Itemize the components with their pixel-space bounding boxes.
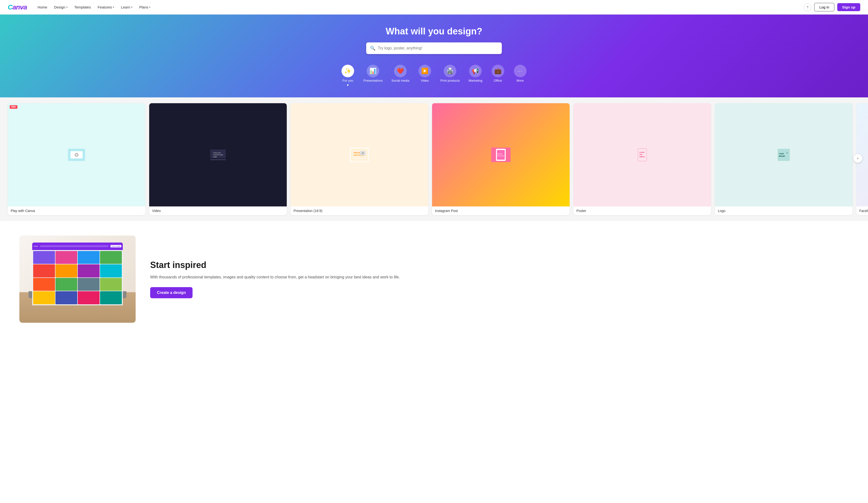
svg-rect-18 — [497, 150, 505, 160]
template-thumbnail: COUNT THE SMILES — [574, 103, 711, 206]
help-button[interactable]: ? — [804, 3, 811, 11]
megaphone-icon: 📢 — [472, 68, 479, 74]
category-label: Video — [421, 79, 429, 82]
category-label: Print products — [440, 79, 460, 82]
search-bar: 🔍 — [366, 42, 502, 54]
category-print-products[interactable]: 🖨️ Print products — [437, 63, 463, 84]
category-marketing[interactable]: 📢 Marketing — [466, 63, 485, 84]
svg-text:THE: THE — [639, 154, 642, 155]
video-thumb-graphic: Clear your mind through yoga — [208, 147, 228, 162]
template-card-instagram[interactable]: Perfect your post Instagram Post — [432, 103, 570, 215]
category-office[interactable]: 💼 Office — [488, 63, 508, 84]
chevron-down-icon: ▾ — [149, 6, 151, 9]
template-thumbnail: Perfect your post — [432, 103, 570, 206]
nav-home[interactable]: Home — [35, 3, 50, 11]
inspire-description: With thousands of professional templates… — [150, 274, 849, 280]
video-icon: ▶️ — [421, 68, 428, 74]
play-thumb-graphic — [67, 147, 86, 162]
hero-title: What will you design? — [8, 26, 860, 37]
for-you-icon-circle: ✨ — [341, 65, 354, 77]
chevron-down-icon: ▾ — [66, 6, 68, 9]
category-video[interactable]: ▶️ Video — [415, 63, 434, 84]
category-social-media[interactable]: ❤️ Social media — [389, 63, 412, 84]
nav-learn[interactable]: Learn ▾ — [118, 3, 135, 11]
svg-text:SMILES: SMILES — [639, 156, 645, 157]
social-media-icon-circle: ❤️ — [394, 65, 407, 77]
category-for-you[interactable]: ✨ For you — [338, 63, 358, 88]
office-icon-circle: 💼 — [492, 65, 504, 77]
laptop-image: Canva Create a design — [19, 236, 136, 323]
template-label: Poster — [574, 206, 711, 215]
poster-thumb-graphic: COUNT THE SMILES — [633, 147, 652, 162]
template-card-presentation[interactable]: PRESENT WITH EASE Presentation (16:9) — [291, 103, 428, 215]
nav-design[interactable]: Design ▾ — [51, 3, 71, 11]
search-input[interactable] — [378, 46, 498, 50]
logo-thumb-graphic: YOUR BRAND — [774, 147, 793, 162]
brand-logo[interactable]: Canva — [8, 3, 27, 11]
template-label: Video — [149, 206, 287, 215]
category-label: Office — [494, 79, 502, 82]
signup-button[interactable]: Sign up — [837, 3, 860, 11]
template-label: Presentation (16:9) — [291, 206, 428, 215]
category-label: Marketing — [469, 79, 483, 82]
svg-text:YOUR: YOUR — [779, 153, 784, 155]
marketing-icon-circle: 📢 — [469, 65, 482, 77]
category-label: For you — [342, 79, 353, 82]
nav-links: Home Design ▾ Templates Features ▾ Learn… — [35, 3, 804, 11]
template-label: Facebook Post — [856, 206, 868, 215]
sparkle-icon: ✨ — [344, 68, 351, 74]
svg-text:yoga: yoga — [213, 156, 217, 158]
svg-text:BRAND: BRAND — [779, 155, 785, 157]
svg-text:your post: your post — [497, 155, 504, 156]
print-icon: 🖨️ — [446, 68, 454, 74]
template-thumbnail: YOUR BRAND — [715, 103, 852, 206]
search-icon: 🔍 — [370, 45, 375, 51]
laptop-placeholder: Canva Create a design — [19, 236, 136, 323]
scroll-right-button[interactable]: › — [854, 154, 862, 163]
svg-point-15 — [362, 152, 364, 154]
chevron-down-icon: ▾ — [131, 6, 133, 9]
template-label: Instagram Post — [432, 206, 570, 215]
login-button[interactable]: Log in — [814, 3, 834, 11]
template-label: Play with Canva — [8, 206, 145, 215]
chevron-down-icon: ▾ — [113, 6, 114, 9]
nav-features[interactable]: Features ▾ — [95, 3, 117, 11]
category-label: Presentations — [363, 79, 383, 82]
template-card-play[interactable]: TRY Play with Canva — [8, 103, 145, 215]
create-design-button[interactable]: Create a design — [150, 287, 193, 298]
template-thumbnail: PRESENT WITH EASE — [291, 103, 428, 206]
presentations-icon-circle: 📊 — [367, 65, 379, 77]
laptop-screen: Canva Create a design — [32, 243, 123, 305]
print-icon-circle: 🖨️ — [444, 65, 456, 77]
more-icon-circle: ··· — [514, 65, 527, 77]
briefcase-icon: 💼 — [494, 68, 502, 74]
template-thumbnail: TRY — [8, 103, 145, 206]
svg-text:mind through: mind through — [213, 154, 223, 156]
svg-rect-27 — [778, 149, 790, 161]
templates-row: TRY Play with Canva Clear your mind thro… — [8, 103, 860, 215]
svg-text:COUNT: COUNT — [639, 152, 645, 153]
category-label: Social media — [391, 79, 409, 82]
svg-text:Clear your: Clear your — [213, 152, 221, 154]
ellipsis-icon: ··· — [518, 69, 523, 74]
hero-section: What will you design? 🔍 ✨ For you 📊 Pres… — [0, 14, 868, 97]
instagram-thumb-graphic: Perfect your post — [491, 147, 510, 162]
navbar-actions: ? Log in Sign up — [804, 3, 860, 11]
template-card-video[interactable]: Clear your mind through yoga Video — [149, 103, 287, 215]
active-indicator — [347, 84, 349, 86]
category-label: More — [517, 79, 524, 82]
template-card-poster[interactable]: COUNT THE SMILES Poster — [574, 103, 711, 215]
inspire-title: Start inspired — [150, 260, 849, 270]
inspire-section: Canva Create a design — [0, 221, 868, 337]
svg-rect-9 — [210, 159, 226, 160]
svg-text:Perfect: Perfect — [497, 153, 502, 155]
category-more[interactable]: ··· More — [510, 63, 530, 84]
nav-plans[interactable]: Plans ▾ — [136, 3, 154, 11]
presentation-thumb-graphic: PRESENT WITH EASE — [350, 147, 369, 162]
category-presentations[interactable]: 📊 Presentations — [360, 63, 385, 84]
template-label: Logo — [715, 206, 852, 215]
template-card-logo[interactable]: YOUR BRAND Logo — [715, 103, 852, 215]
try-badge: TRY — [10, 105, 18, 109]
nav-templates[interactable]: Templates — [71, 3, 94, 11]
navbar: Canva Home Design ▾ Templates Features ▾… — [0, 0, 868, 14]
